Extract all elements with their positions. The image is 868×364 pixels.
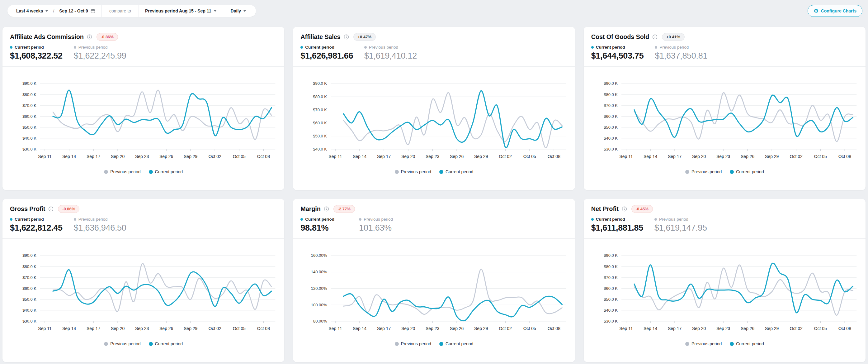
previous-period-dot-icon <box>74 46 76 49</box>
svg-text:Sep 20: Sep 20 <box>111 326 125 331</box>
svg-text:$30.0 K: $30.0 K <box>604 147 618 152</box>
svg-text:$70.0 K: $70.0 K <box>604 103 618 108</box>
info-icon[interactable] <box>87 34 92 39</box>
date-preset-dropdown[interactable]: Last 4 weeks <box>13 5 51 17</box>
current-period-value: $1,611,881.85 <box>591 223 643 233</box>
line-chart-svg: $90.0 K$80.0 K$70.0 K$60.0 K$50.0 K$40.0… <box>591 243 858 340</box>
svg-text:Oct 02: Oct 02 <box>499 326 512 331</box>
svg-text:Sep 11: Sep 11 <box>619 154 633 159</box>
svg-text:$90.0 K: $90.0 K <box>604 253 618 258</box>
previous-period-label: Previous period <box>364 217 393 222</box>
previous-period-dot-icon <box>395 342 399 346</box>
legend-previous-label: Previous period <box>691 169 722 174</box>
previous-period-label: Previous period <box>79 217 108 222</box>
current-period-dot-icon <box>730 342 734 346</box>
current-period-line <box>53 90 272 136</box>
chart-legend: Previous period Current period <box>2 169 284 174</box>
current-period-stat: Current period $1,644,503.75 <box>591 45 644 61</box>
previous-period-dot-icon <box>74 218 76 221</box>
svg-text:Oct 08: Oct 08 <box>838 326 851 331</box>
svg-text:Oct 05: Oct 05 <box>814 154 827 159</box>
svg-text:Sep 17: Sep 17 <box>377 326 391 331</box>
info-icon[interactable] <box>48 206 54 212</box>
card-header: Affiliate Ads Commission -0.86% <box>2 27 284 41</box>
previous-period-stat: Previous period 101.63% <box>359 217 393 233</box>
svg-text:80.00%: 80.00% <box>313 319 327 324</box>
svg-text:$80.0 K: $80.0 K <box>313 94 327 99</box>
info-icon[interactable] <box>344 34 349 39</box>
card-divider <box>2 239 284 239</box>
current-period-line <box>634 263 853 313</box>
compare-period-label: Previous period Aug 15 - Sep 11 <box>145 8 211 13</box>
current-period-label: Current period <box>14 217 44 222</box>
svg-text:Sep 20: Sep 20 <box>401 154 415 159</box>
previous-period-line <box>634 265 853 315</box>
legend-previous-item: Previous period <box>395 169 431 174</box>
line-chart: $90.0 K$80.0 K$70.0 K$60.0 K$50.0 K$40.0… <box>293 72 575 168</box>
card-title: Cost Of Goods Sold <box>591 33 649 40</box>
legend-current-label: Current period <box>736 169 764 174</box>
svg-text:Oct 02: Oct 02 <box>209 326 221 331</box>
change-badge: -0.86% <box>58 205 80 213</box>
chart-legend: Previous period Current period <box>584 169 866 174</box>
filters-toolbar: Last 4 weeks / Sep 12 - Oct 9 compare to… <box>7 5 256 17</box>
svg-text:Oct 08: Oct 08 <box>257 326 270 331</box>
svg-text:$40.0 K: $40.0 K <box>604 308 618 313</box>
svg-text:Sep 14: Sep 14 <box>644 154 657 159</box>
svg-text:Oct 05: Oct 05 <box>233 326 246 331</box>
metric-card: Net Profit -0.45% Current period $1,611,… <box>584 199 866 362</box>
date-range-picker[interactable]: Sep 12 - Oct 9 <box>56 5 98 17</box>
granularity-dropdown[interactable]: Daily <box>227 5 249 17</box>
previous-period-line <box>343 92 562 148</box>
change-badge: +0.41% <box>662 33 684 41</box>
svg-text:Sep 20: Sep 20 <box>401 326 415 331</box>
previous-period-value: $1,619,410.12 <box>364 51 417 61</box>
svg-text:$70.0 K: $70.0 K <box>23 275 36 280</box>
svg-text:Oct 02: Oct 02 <box>789 326 802 331</box>
svg-text:$50.0 K: $50.0 K <box>604 125 618 130</box>
legend-current-item: Current period <box>439 169 473 174</box>
previous-period-value: $1,622,245.99 <box>74 51 126 61</box>
svg-text:$90.0 K: $90.0 K <box>313 81 327 86</box>
chart-legend: Previous period Current period <box>293 341 575 346</box>
legend-current-label: Current period <box>155 169 183 174</box>
card-header: Cost Of Goods Sold +0.41% <box>584 27 866 41</box>
svg-text:Oct 08: Oct 08 <box>548 326 560 331</box>
current-period-dot-icon <box>10 218 12 221</box>
previous-period-value: $1,637,850.81 <box>655 51 707 61</box>
card-title: Gross Profit <box>10 205 45 213</box>
info-icon[interactable] <box>652 34 657 39</box>
metric-card: Affiliate Ads Commission -0.86% Current … <box>2 27 284 190</box>
legend-current-item: Current period <box>439 341 473 346</box>
previous-period-dot-icon <box>104 342 108 346</box>
change-badge: -2.77% <box>334 205 355 213</box>
compare-to-label: compare to <box>105 8 135 13</box>
svg-text:$60.0 K: $60.0 K <box>604 286 618 291</box>
svg-text:$50.0 K: $50.0 K <box>313 134 327 138</box>
svg-text:Oct 08: Oct 08 <box>257 154 270 159</box>
current-period-line <box>53 270 272 306</box>
period-stats: Current period $1,644,503.75 Previous pe… <box>584 45 866 61</box>
period-stats: Current period $1,626,981.66 Previous pe… <box>293 45 575 61</box>
svg-text:Oct 05: Oct 05 <box>523 154 536 159</box>
configure-charts-button[interactable]: ⚙ Configure Charts <box>808 5 862 17</box>
legend-current-item: Current period <box>730 169 764 174</box>
info-icon[interactable] <box>324 206 329 212</box>
previous-period-dot-icon <box>364 46 367 49</box>
svg-text:Oct 02: Oct 02 <box>209 154 221 159</box>
compare-period-dropdown[interactable]: Previous period Aug 15 - Sep 11 <box>142 5 219 17</box>
current-period-dot-icon <box>439 170 443 174</box>
line-chart: $90.0 K$80.0 K$70.0 K$60.0 K$50.0 K$40.0… <box>2 243 284 340</box>
line-chart-svg: 160.00%140.00%120.00%100.00%80.00%Sep 11… <box>301 243 567 340</box>
previous-period-label: Previous period <box>659 217 688 222</box>
current-period-value: $1,644,503.75 <box>591 51 644 61</box>
svg-text:Sep 29: Sep 29 <box>474 326 488 331</box>
gear-icon: ⚙ <box>813 8 818 14</box>
svg-text:$60.0 K: $60.0 K <box>313 121 327 125</box>
legend-current-item: Current period <box>730 341 764 346</box>
current-period-stat: Current period $1,608,322.52 <box>10 45 63 61</box>
info-icon[interactable] <box>622 206 627 212</box>
svg-text:Sep 26: Sep 26 <box>741 154 755 159</box>
svg-text:$80.0 K: $80.0 K <box>23 92 36 97</box>
svg-text:$60.0 K: $60.0 K <box>23 114 36 119</box>
